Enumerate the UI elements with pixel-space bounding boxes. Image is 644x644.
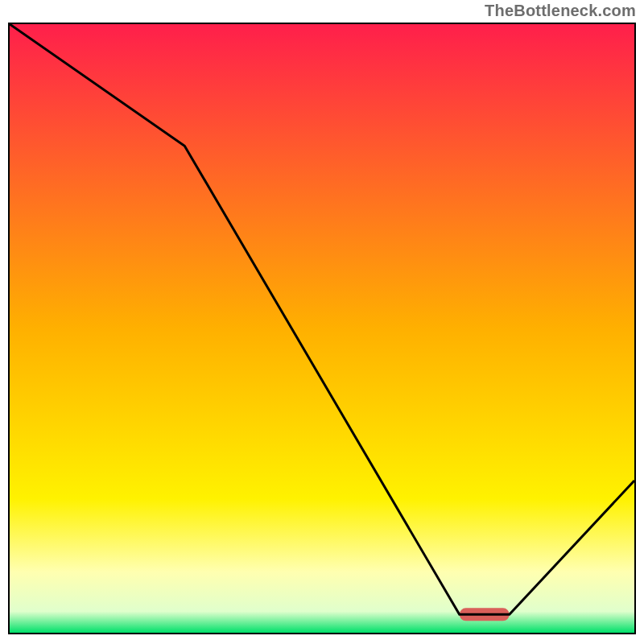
plot-area [8,23,636,634]
bottleneck-chart: TheBottleneck.com [0,0,644,644]
chart-svg [10,24,634,633]
gradient-background [10,24,634,633]
watermark-text: TheBottleneck.com [485,2,636,20]
